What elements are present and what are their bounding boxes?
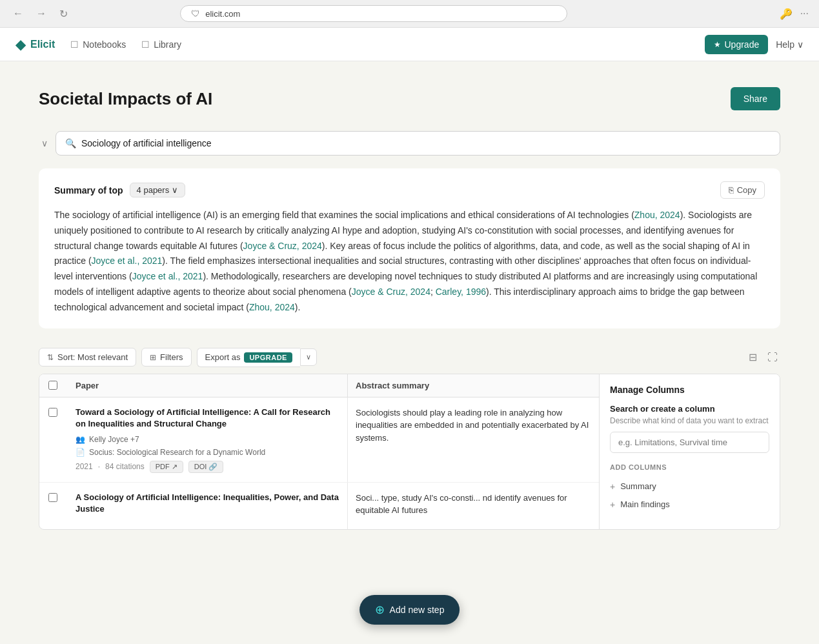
forward-button[interactable]: → [34, 6, 49, 21]
row1-paper-cell: Toward a Sociology of Artificial Intelli… [68, 397, 347, 482]
summary-of-top-label: Summary of top [54, 185, 123, 196]
col-abstract-header: Abstract summary [347, 374, 599, 397]
ref-carley-1996[interactable]: Carley, 1996 [436, 287, 486, 297]
key-icon-button[interactable]: 🔑 [780, 8, 793, 20]
page-title: Societal Impacts of AI [39, 89, 212, 109]
search-column-label: Search or create a column [610, 404, 769, 414]
add-columns-label: ADD COLUMNS [610, 463, 769, 471]
row2-checkbox[interactable] [48, 493, 57, 502]
search-input[interactable] [81, 138, 771, 148]
column-search-input[interactable] [610, 432, 769, 453]
sort-icon: ⇅ [47, 353, 54, 362]
col-paper-header: Paper [68, 374, 347, 397]
row2-checkbox-cell [39, 483, 68, 529]
notebooks-label: Notebooks [83, 39, 126, 50]
manage-columns-title: Manage Columns [610, 385, 769, 395]
filters-button[interactable]: ⊞ Filters [141, 348, 191, 367]
search-collapse-button[interactable]: ∨ [39, 136, 50, 151]
export-chevron-button[interactable]: ∨ [300, 348, 317, 366]
nav-notebooks[interactable]: ☐ Notebooks [70, 37, 126, 52]
sort-label: Sort: Most relevant [57, 352, 128, 362]
row2-abstract-cell: Soci... type, study AI's co-consti... nd… [347, 483, 599, 529]
add-main-findings-item[interactable]: + Main findings [610, 496, 769, 514]
browser-actions: 🔑 ··· [780, 8, 809, 20]
table-header: Paper Abstract summary [39, 374, 599, 397]
toolbar-right: ⊟ ⛶ [746, 348, 780, 366]
help-button[interactable]: Help ∨ [776, 39, 804, 50]
back-button[interactable]: ← [10, 6, 26, 21]
table-row: A Sociology of Artificial Intelligence: … [39, 483, 599, 529]
add-summary-item[interactable]: + Summary [610, 478, 769, 496]
authors-icon: 👥 [76, 435, 85, 444]
row2-paper-title: A Sociology of Artificial Intelligence: … [76, 492, 339, 515]
nav-right: ★ Upgrade Help ∨ [705, 35, 804, 54]
row1-abstract-cell: Sociologists should play a leading role … [347, 397, 599, 482]
browser-bar: ← → ↻ 🛡 elicit.com 🔑 ··· [0, 0, 819, 28]
row2-abstract-text: Soci... type, study AI's co-consti... nd… [356, 493, 567, 516]
summary-text: The sociology of artificial intelligence… [54, 208, 765, 316]
row1-citations: 84 citations [105, 462, 145, 471]
main-content: Societal Impacts of AI Share ∨ 🔍 Summary… [0, 61, 819, 530]
upgrade-button[interactable]: ★ Upgrade [705, 35, 769, 54]
search-icon: 🔍 [65, 138, 76, 148]
help-chevron: ∨ [797, 39, 804, 50]
ref-zhou-2024-2[interactable]: Zhou, 2024 [249, 302, 295, 312]
header-checkbox-cell [39, 374, 68, 397]
plus-icon: + [610, 481, 615, 492]
library-icon: ☐ [141, 39, 150, 50]
row1-paper-title: Toward a Sociology of Artificial Intelli… [76, 407, 339, 430]
copy-label: Copy [737, 185, 756, 195]
upgrade-badge: UPGRADE [244, 352, 292, 363]
select-all-checkbox[interactable] [48, 381, 57, 390]
ref-joyce-cruz-2024-2[interactable]: Joyce & Cruz, 2024 [352, 287, 430, 297]
columns-view-button[interactable]: ⊟ [746, 348, 760, 366]
row1-journal-text: Socius: Sociological Research for a Dyna… [89, 448, 265, 457]
plus-icon-2: + [610, 499, 615, 510]
app-logo[interactable]: ◆ Elicit [15, 37, 55, 52]
export-label: Export as [205, 352, 241, 362]
manage-columns-panel: Manage Columns Search or create a column… [599, 374, 780, 530]
row1-dot: · [98, 462, 100, 471]
help-label: Help [776, 39, 794, 50]
row1-journal: 📄 Socius: Sociological Research for a Dy… [76, 448, 339, 457]
logo-text: Elicit [30, 39, 55, 50]
export-group: Export as UPGRADE ∨ [197, 348, 317, 367]
reload-button[interactable]: ↻ [57, 6, 70, 21]
summary-header-left: Summary of top 4 papers ∨ [54, 183, 185, 197]
summary-section: Summary of top 4 papers ∨ ⎘ Copy The soc… [39, 168, 780, 328]
papers-count-button[interactable]: 4 papers ∨ [130, 183, 186, 197]
row1-authors-text: Kelly Joyce +7 [89, 435, 139, 444]
sort-button[interactable]: ⇅ Sort: Most relevant [39, 348, 136, 367]
ref-joyce-cruz-2024[interactable]: Joyce & Cruz, 2024 [243, 241, 322, 251]
summary-header: Summary of top 4 papers ∨ ⎘ Copy [54, 181, 765, 199]
ref-joyce-2021-1[interactable]: Joyce et al., 2021 [92, 256, 163, 266]
row1-doi-button[interactable]: DOI 🔗 [188, 461, 224, 473]
row1-checkbox[interactable] [48, 408, 57, 417]
ref-zhou-2024-1[interactable]: Zhou, 2024 [634, 210, 680, 220]
copy-icon: ⎘ [729, 185, 734, 195]
address-bar[interactable]: 🛡 elicit.com [180, 5, 567, 22]
main-findings-column-label: Main findings [620, 499, 670, 509]
table-area: Paper Abstract summary Toward a Sociolog… [39, 374, 780, 530]
row1-checkbox-cell [39, 397, 68, 482]
more-options-button[interactable]: ··· [800, 8, 809, 19]
page-header: Societal Impacts of AI Share [39, 87, 780, 110]
add-columns-section: ADD COLUMNS + Summary + Main findings [610, 463, 769, 514]
ref-joyce-2021-2[interactable]: Joyce et al., 2021 [132, 271, 203, 281]
table-main: Paper Abstract summary Toward a Sociolog… [39, 374, 599, 530]
copy-button[interactable]: ⎘ Copy [720, 181, 765, 199]
papers-count-text: 4 papers [137, 185, 170, 195]
library-label: Library [154, 39, 181, 50]
search-input-wrap: 🔍 [56, 131, 780, 156]
expand-view-button[interactable]: ⛶ [765, 348, 780, 366]
export-button[interactable]: Export as UPGRADE [197, 348, 300, 367]
filter-icon: ⊞ [150, 353, 156, 362]
search-column-sub: Describe what kind of data you want to e… [610, 416, 769, 425]
share-button[interactable]: Share [731, 87, 780, 110]
papers-chevron: ∨ [172, 185, 178, 195]
search-row: ∨ 🔍 [39, 131, 780, 156]
nav-library[interactable]: ☐ Library [141, 37, 181, 52]
row2-paper-cell: A Sociology of Artificial Intelligence: … [68, 483, 347, 529]
row1-pdf-button[interactable]: PDF ↗ [150, 461, 183, 473]
star-icon: ★ [714, 40, 721, 49]
